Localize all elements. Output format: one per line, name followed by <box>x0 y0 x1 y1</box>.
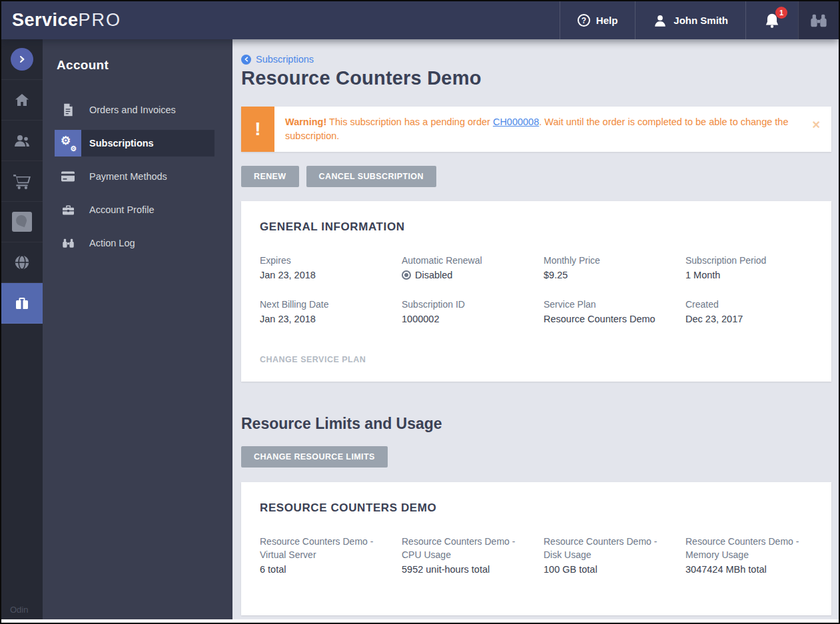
sidebar-expand-toggle[interactable] <box>1 39 43 80</box>
field-value: 1000002 <box>402 312 529 326</box>
field-value: $9.25 <box>544 268 671 282</box>
app-logo: ServicePRO <box>12 10 121 31</box>
field-virtual-server: Resource Counters Demo - Virtual Server … <box>260 535 387 576</box>
app-logo-icon <box>12 212 32 232</box>
field-label: Subscription Period <box>685 254 813 267</box>
change-service-plan-link[interactable]: CHANGE SERVICE PLAN <box>260 355 366 364</box>
field-label: Expires <box>260 254 387 267</box>
field-value: 6 total <box>260 563 387 576</box>
field-label: Next Billing Date <box>260 298 387 311</box>
sidebar-item-account[interactable] <box>1 283 43 324</box>
top-header: ServicePRO ? Help John Smith 1 <box>1 1 839 39</box>
sidebar-item-users[interactable] <box>1 121 43 161</box>
field-label: Created <box>685 298 813 311</box>
renew-button[interactable]: RENEW <box>241 166 299 187</box>
nav-item-payment-methods[interactable]: Payment Methods <box>55 163 214 190</box>
user-name: John Smith <box>673 15 728 26</box>
warning-exclamation-icon: ! <box>241 107 274 152</box>
warning-bold: Warning! <box>285 117 326 127</box>
window-bottom-strip <box>1 619 839 623</box>
user-icon <box>653 13 667 28</box>
warning-banner: ! Warning! This subscription has a pendi… <box>241 107 831 152</box>
field-subscription-id: Subscription ID 1000002 <box>402 298 529 326</box>
nav-item-label: Payment Methods <box>89 171 167 182</box>
field-value: Jan 23, 2018 <box>260 312 387 326</box>
field-automatic-renewal: Automatic Renewal Disabled <box>402 254 529 282</box>
help-icon: ? <box>578 14 590 27</box>
change-resource-limits-button[interactable]: CHANGE RESOURCE LIMITS <box>241 446 388 468</box>
back-arrow-icon <box>241 55 251 65</box>
nav-item-label: Orders and Invoices <box>89 105 176 115</box>
subscription-actions: RENEW CANCEL SUBSCRIPTION <box>241 166 831 187</box>
main-content: Subscriptions Resource Counters Demo ! W… <box>232 39 839 619</box>
document-icon <box>55 97 81 123</box>
search-button[interactable] <box>798 1 839 39</box>
help-button[interactable]: ? Help <box>560 1 635 39</box>
field-value: Resource Counters Demo <box>544 312 671 326</box>
field-label: Automatic Renewal <box>402 254 529 267</box>
gears-icon: ⚙ ⚙ <box>55 130 81 156</box>
field-memory-usage: Resource Counters Demo - Memory Usage 30… <box>685 535 813 576</box>
nav-item-orders-and-invoices[interactable]: Orders and Invoices <box>55 97 214 123</box>
binoculars-icon <box>55 230 81 256</box>
field-value: 100 GB total <box>544 563 671 576</box>
logo-bold-part: Service <box>12 10 79 30</box>
credit-card-icon <box>55 163 81 190</box>
briefcase-icon <box>13 295 31 311</box>
field-value: 5952 unit-hours total <box>402 563 529 576</box>
briefcase-icon <box>55 196 81 223</box>
nav-list: Orders and Invoices ⚙ ⚙ Subscriptions <box>43 97 232 256</box>
close-icon[interactable]: ✕ <box>812 120 821 131</box>
nav-item-label: Action Log <box>89 238 135 248</box>
header-actions: ? Help John Smith 1 <box>560 1 839 39</box>
resource-counters-heading: RESOURCE COUNTERS DEMO <box>260 501 813 515</box>
warning-text-1: This subscription has a pending order <box>326 117 493 127</box>
field-subscription-period: Subscription Period 1 Month <box>685 254 813 282</box>
notification-badge: 1 <box>775 7 787 19</box>
nav-item-subscriptions[interactable]: ⚙ ⚙ Subscriptions <box>55 130 214 156</box>
bell-icon: 1 <box>763 12 781 29</box>
field-label: Resource Counters Demo - Virtual Server <box>260 535 387 561</box>
general-information-heading: GENERAL INFORMATION <box>260 220 813 234</box>
binoculars-icon <box>809 11 828 30</box>
resource-counters-grid: Resource Counters Demo - Virtual Server … <box>260 535 813 576</box>
order-link[interactable]: CH000008 <box>493 117 539 127</box>
nav-item-action-log[interactable]: Action Log <box>55 230 214 256</box>
field-value: Dec 23, 2017 <box>685 312 813 326</box>
warning-message: Warning! This subscription has a pending… <box>274 107 831 152</box>
breadcrumb-label: Subscriptions <box>256 54 314 65</box>
user-menu[interactable]: John Smith <box>635 1 745 39</box>
cart-icon <box>13 172 31 190</box>
renewal-status: Disabled <box>415 268 452 282</box>
field-value: 1 Month <box>685 268 813 282</box>
breadcrumb-subscriptions[interactable]: Subscriptions <box>241 54 314 65</box>
cancel-subscription-button[interactable]: CANCEL SUBSCRIPTION <box>306 166 436 187</box>
odin-brand: Odin <box>10 605 28 615</box>
nav-item-account-profile[interactable]: Account Profile <box>55 196 214 223</box>
field-label: Service Plan <box>544 298 671 311</box>
field-service-plan: Service Plan Resource Counters Demo <box>544 298 671 326</box>
icon-sidebar: Odin <box>1 39 43 619</box>
resource-actions: CHANGE RESOURCE LIMITS <box>241 446 831 468</box>
field-monthly-price: Monthly Price $9.25 <box>544 254 671 282</box>
resource-limits-section-title: Resource Limits and Usage <box>241 415 831 433</box>
sidebar-item-domains[interactable] <box>1 242 43 283</box>
field-label: Monthly Price <box>544 254 671 267</box>
users-icon <box>13 133 31 149</box>
sidebar-item-store[interactable] <box>1 161 43 202</box>
sidebar-item-home[interactable] <box>1 80 43 121</box>
field-created: Created Dec 23, 2017 <box>685 298 813 326</box>
nav-item-label: Subscriptions <box>89 138 154 149</box>
field-next-billing-date: Next Billing Date Jan 23, 2018 <box>260 298 387 326</box>
general-information-grid: Expires Jan 23, 2018 Automatic Renewal D… <box>260 254 813 326</box>
nav-section-title: Account <box>57 58 232 73</box>
field-label: Resource Counters Demo - Disk Usage <box>544 535 671 561</box>
help-label: Help <box>596 15 618 26</box>
globe-icon <box>13 254 31 271</box>
logo-light-part: PRO <box>79 10 122 30</box>
radio-disabled-icon <box>402 270 411 280</box>
nav-item-label: Account Profile <box>89 204 155 215</box>
general-information-card: GENERAL INFORMATION Expires Jan 23, 2018… <box>241 201 831 382</box>
sidebar-item-app[interactable] <box>1 202 43 242</box>
notifications-button[interactable]: 1 <box>745 1 798 39</box>
